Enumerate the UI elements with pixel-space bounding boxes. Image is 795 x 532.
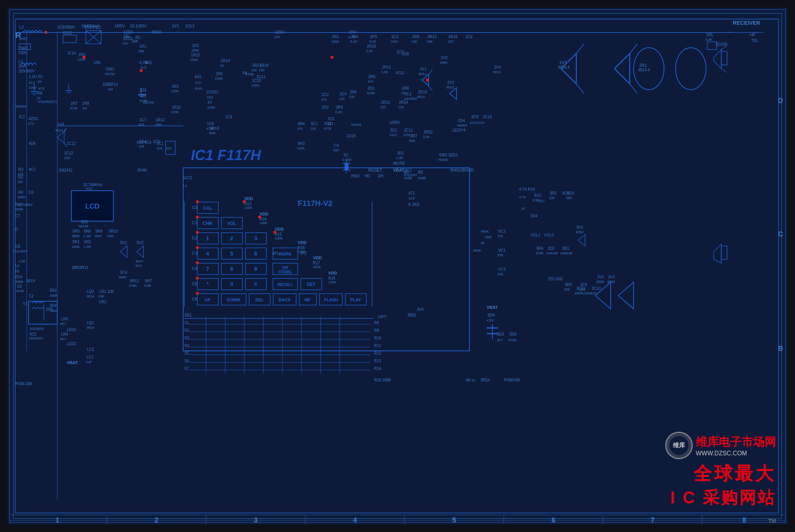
svg-text:104: 104 <box>156 146 162 150</box>
svg-text:LR2: LR2 <box>99 300 106 304</box>
svg-text:2R16: 2R16 <box>448 35 458 39</box>
svg-text:5D6: 5D6 <box>510 332 517 336</box>
svg-text:1K: 1K <box>521 207 525 211</box>
svg-text:S6: S6 <box>184 359 189 363</box>
svg-text:338: 338 <box>497 272 503 276</box>
svg-point-435 <box>196 215 199 219</box>
svg-text:10K: 10K <box>98 294 104 298</box>
svg-text:4K7: 4K7 <box>60 337 66 341</box>
svg-text:1: 1 <box>55 516 59 524</box>
svg-text:MUTE: MUTE <box>393 161 405 166</box>
svg-text:2D4: 2D4 <box>458 119 465 123</box>
svg-text:SD150: SD150 <box>716 42 727 47</box>
svg-text:3R7: 3R7 <box>410 134 418 138</box>
svg-text:5V2: 5V2 <box>137 241 144 245</box>
svg-text:47U/16V: 47U/16V <box>404 173 417 177</box>
svg-text:5C5: 5C5 <box>29 332 37 336</box>
svg-text:RECEIVER: RECEIVER <box>733 20 760 26</box>
svg-text:2: 2 <box>155 516 158 524</box>
svg-text:200K: 200K <box>18 195 26 199</box>
svg-text:3R4: 3R4 <box>536 246 543 251</box>
svg-text:5C4: 5C4 <box>120 270 127 275</box>
svg-text:5R14: 5R14 <box>481 378 490 382</box>
svg-text:VC1: VC1 <box>498 248 506 252</box>
svg-text:S3: S3 <box>184 336 189 340</box>
svg-text:5R5: 5R5 <box>73 229 80 233</box>
svg-text:230V: 230V <box>18 51 27 55</box>
svg-text:1R5: 1R5 <box>78 53 85 57</box>
svg-text:3R11: 3R11 <box>79 265 89 270</box>
svg-text:HD: HD <box>364 174 370 178</box>
svg-text:100K: 100K <box>72 245 80 249</box>
svg-text:VDD: VDD <box>275 227 284 231</box>
svg-text:4C4: 4C4 <box>137 140 144 145</box>
svg-text:4148: 4148 <box>195 87 202 90</box>
svg-text:8: 8 <box>742 516 746 524</box>
svg-text:9014: 9014 <box>419 72 426 76</box>
watermark: 维库 维库电子市场网 WWW.DZSC.COM 全球最大 I C 采购网站 TM <box>665 432 776 509</box>
svg-text:9014: 9014 <box>493 70 501 74</box>
svg-text:HGU: HGU <box>351 174 360 178</box>
svg-text:6: 6 <box>552 516 555 524</box>
svg-text:LED1: LED1 <box>67 328 76 332</box>
svg-text:R24: R24 <box>15 275 23 279</box>
svg-text:C6: C6 <box>29 190 34 194</box>
svg-text:2R8: 2R8 <box>402 86 409 90</box>
svg-text:R8: R8 <box>374 321 379 325</box>
svg-text:3D3: 3D3 <box>567 191 574 195</box>
svg-text:A42: A42 <box>195 75 202 79</box>
svg-text:VBR: VBR <box>485 235 492 239</box>
svg-text:5: 5 <box>230 251 233 257</box>
svg-text:1R3: 1R3 <box>192 43 199 48</box>
svg-text:IC2: IC2 <box>328 117 334 121</box>
svg-text:5V2: 5V2 <box>135 264 142 268</box>
watermark-slogan: I C 采购网站 <box>671 488 776 507</box>
svg-text:104: 104 <box>139 145 144 148</box>
svg-text:1R7: 1R7 <box>71 101 78 106</box>
svg-text:10K: 10K <box>411 40 418 43</box>
svg-text:2: 2 <box>230 235 233 241</box>
svg-text:100K: 100K <box>331 40 339 43</box>
svg-text:1R1: 1R1 <box>139 44 147 48</box>
svg-text:100K: 100K <box>328 280 336 284</box>
svg-text:100K: 100K <box>244 206 252 210</box>
svg-text:4.7U/50V: 4.7U/50V <box>18 203 33 207</box>
svg-text:3ZD1: 3ZD1 <box>448 153 458 157</box>
svg-text:20K: 20K <box>564 288 570 291</box>
svg-text:1V1: 1V1 <box>172 24 179 28</box>
svg-text:R8: R8 <box>37 91 42 95</box>
svg-text:LQ1: LQ1 <box>87 321 94 325</box>
svg-text:103: 103 <box>64 156 70 160</box>
svg-text:8050: 8050 <box>576 230 583 234</box>
svg-text:DH: DH <box>378 174 383 178</box>
svg-text:4K7: 4K7 <box>497 338 503 342</box>
svg-text:332/250V: 332/250V <box>29 336 44 340</box>
svg-text:1V7: 1V7 <box>559 60 567 65</box>
svg-text:IC2: IC2 <box>19 115 25 119</box>
svg-text:104: 104 <box>310 127 316 130</box>
svg-text:LED2*4: LED2*4 <box>452 128 466 132</box>
svg-text:56K: 56K <box>132 39 139 43</box>
svg-text:66K: 66K <box>139 49 145 53</box>
svg-text:3R1: 3R1 <box>397 151 404 155</box>
svg-text:1N4004e4: 1N4004e4 <box>81 24 99 28</box>
svg-text:27V: 27V <box>28 122 34 125</box>
svg-text:1M: 1M <box>82 106 87 110</box>
svg-text:9014: 9014 <box>417 95 425 99</box>
svg-text:2R1: 2R1 <box>332 35 339 39</box>
svg-text:104: 104 <box>166 146 172 150</box>
svg-text:IC14: IC14 <box>68 51 76 55</box>
svg-text:103J: 103J <box>389 133 397 137</box>
svg-text:A42: A42 <box>145 61 152 65</box>
svg-text:2C3: 2C3 <box>391 35 398 39</box>
svg-text:STORE: STORE <box>279 270 292 274</box>
svg-text:VC3: VC3 <box>498 267 506 272</box>
svg-text:SEL: SEL <box>184 313 192 317</box>
svg-text:C2: C2 <box>192 236 197 240</box>
watermark-brand: 维库电子市场网 <box>696 434 776 450</box>
svg-text:4148: 4148 <box>367 91 374 95</box>
svg-text:5R6: 5R6 <box>84 229 91 233</box>
svg-text:473J: 473J <box>396 71 404 75</box>
svg-text:VOL1: VOL1 <box>531 233 540 237</box>
svg-text:470K: 470K <box>324 127 332 130</box>
